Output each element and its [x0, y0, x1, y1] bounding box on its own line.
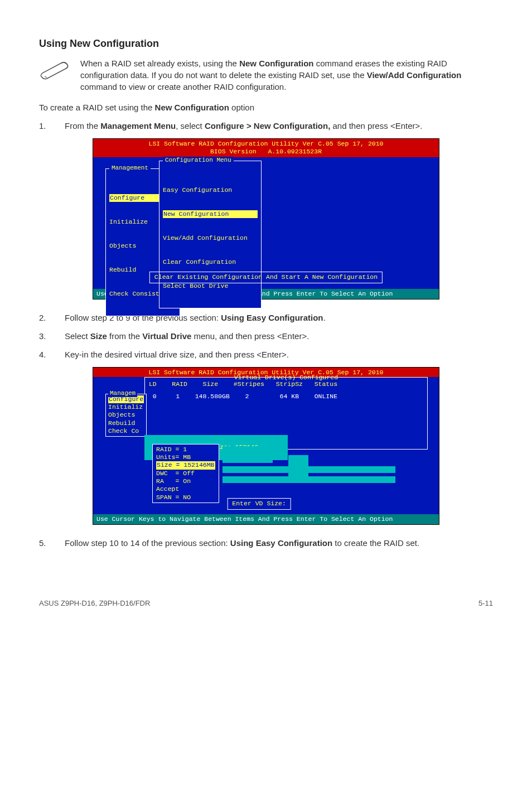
note-seg: command to view or create another RAID c… — [80, 82, 286, 91]
step-bold: Using Easy Configuration — [221, 313, 323, 322]
intro-bold: New Configuration — [155, 103, 229, 112]
teal-block-icon — [223, 476, 395, 483]
step-number: 3. — [39, 330, 52, 342]
side-item: Rebuild — [108, 419, 144, 427]
step-seg: Select — [65, 331, 90, 341]
step-number: 2. — [39, 312, 52, 323]
configuration-title: Configuration Menu — [163, 157, 234, 165]
cfg-item-new: New Configuration — [163, 210, 258, 218]
step-3: 3. Select Size from the Virtual Drive me… — [39, 330, 493, 342]
section-heading: Using New Configuration — [39, 38, 493, 50]
cfg-item: Clear Configuration — [163, 258, 258, 266]
step-seg: Key-in the desired virtual drive size, a… — [65, 349, 493, 360]
note-text: When a RAID set already exists, using th… — [80, 57, 493, 93]
step-1: 1. From the Management Menu, select Conf… — [39, 120, 493, 132]
prop-line: Size = 152146MB — [156, 461, 215, 469]
step-bold: Virtual Drive — [142, 331, 191, 341]
note-icon — [39, 57, 70, 81]
prop-size-selected: Size = 152146MB — [156, 461, 215, 469]
prop-line: DWC = Off — [156, 470, 215, 477]
teal-block-icon — [223, 446, 273, 463]
intro-seg: To create a RAID set using the — [39, 103, 155, 112]
step-number: 1. — [39, 120, 52, 132]
step-seg: to create the RAID set. — [332, 538, 419, 548]
note-bold1: New Configuration — [239, 59, 313, 68]
intro-seg: option — [229, 103, 254, 112]
svg-line-0 — [45, 76, 47, 78]
step-bold: Size — [90, 331, 107, 341]
bios2-side-menu: Managem Configure Initializ Objects Rebu… — [105, 394, 147, 437]
cfg-item: View/Add Configuration — [163, 234, 258, 242]
bios-screen-2: LSI Software RAID Configuration Utility … — [93, 367, 439, 525]
bios2-footer: Use Cursor Keys to Navigate Between Item… — [93, 514, 439, 524]
side-item: Objects — [108, 411, 144, 419]
step-seg: and then press <Enter>. — [330, 121, 422, 131]
step-bold: Configure > New Configuration, — [205, 121, 330, 131]
step-seg: Follow step 10 to 14 of the previous sec… — [65, 538, 230, 548]
configuration-menu: Configuration Menu Easy Configuration Ne… — [159, 161, 262, 308]
step-seg: from the — [107, 331, 142, 341]
prop-line: RAID = 1 — [156, 446, 215, 453]
step-number: 5. — [39, 537, 52, 549]
footer-right: 5-11 — [478, 599, 493, 607]
bios1-header-l1: LSI Software RAID Configuration Utility … — [149, 140, 384, 147]
cfg-item: Select Boot Drive — [163, 282, 258, 290]
bios2-side-title: Managem — [108, 390, 137, 398]
step-5: 5. Follow step 10 to 14 of the previous … — [39, 537, 493, 549]
footer-left: ASUS Z9PH-D16, Z9PH-D16/FDR — [39, 599, 150, 607]
step-number: 4. — [39, 349, 52, 360]
prop-line: RA = On — [156, 477, 215, 485]
bios1-message-box: Clear Existing Configuration And Start A… — [149, 272, 383, 283]
management-title: Management — [109, 165, 151, 172]
bios1-header: LSI Software RAID Configuration Utility … — [93, 139, 439, 157]
prop-line: Units= MB — [156, 453, 215, 461]
teal-block-icon — [288, 455, 308, 477]
teal-block-icon — [223, 466, 395, 473]
bios2-props-box: RAID = 1 Units= MB Size = 152146MB DWC =… — [152, 444, 219, 504]
step-bold: Using Easy Configuration — [230, 538, 332, 548]
step-seg: , select — [176, 121, 205, 131]
prop-line: SPAN = NO — [156, 494, 215, 501]
bios2-table-head: LD RAID Size #Stripes StripSz Status — [98, 380, 434, 388]
note-seg: When a RAID set already exists, using th… — [80, 59, 239, 68]
note-bold2: View/Add Configuration — [367, 70, 462, 80]
step-seg: . — [323, 313, 326, 322]
bios2-table-row: 0 1 148.580GB 2 64 KB ONLINE — [98, 393, 434, 400]
step-seg: menu, and then press <Enter>. — [191, 331, 309, 341]
step-seg: From the — [65, 121, 100, 131]
bios2-message-box: Enter VD Size: — [227, 498, 291, 509]
bios1-header-l2: BIOS Version A.10.09231523R — [210, 148, 322, 155]
step-bold: Management Menu — [100, 121, 176, 131]
side-item: Initializ — [108, 403, 144, 411]
prop-line: Accept — [156, 485, 215, 493]
side-item: Check Co — [108, 427, 144, 435]
step-4: 4. Key-in the desired virtual drive size… — [39, 349, 493, 360]
cfg-item: Easy Configuration — [163, 186, 258, 194]
intro-paragraph: To create a RAID set using the New Confi… — [39, 102, 493, 113]
bios-screen-1: LSI Software RAID Configuration Utility … — [93, 138, 439, 299]
